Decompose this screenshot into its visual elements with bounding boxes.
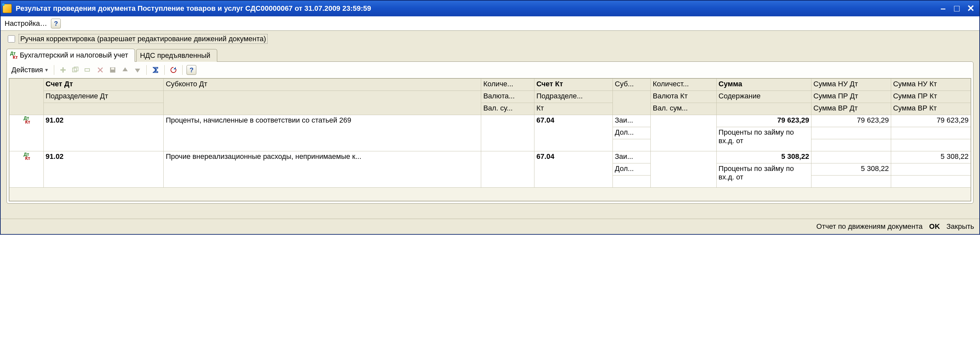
col-valuta[interactable]: Валюта... xyxy=(481,91,535,103)
close-form-button[interactable]: Закрыть xyxy=(947,222,974,231)
col-sub[interactable]: Суб... xyxy=(613,79,651,91)
cell-subkonto[interactable]: Прочие внереализационные расходы, неприн… xyxy=(164,151,481,188)
col-podr-kt[interactable]: Подразделе... xyxy=(535,91,613,103)
col-empty xyxy=(164,91,481,115)
ok-button[interactable]: OK xyxy=(929,222,940,231)
col-kt[interactable]: Кт xyxy=(535,103,613,115)
cell-empty xyxy=(891,175,970,188)
toolbar-separator xyxy=(54,65,54,75)
cell-schet-kt[interactable]: 67.04 xyxy=(535,151,613,188)
app-icon xyxy=(3,4,12,13)
cell-summa[interactable]: 79 623,29 xyxy=(716,115,811,127)
grid-footer-cell xyxy=(10,188,971,201)
toolbar-separator xyxy=(182,65,183,75)
edit-row-icon[interactable] xyxy=(83,65,93,75)
col-summa[interactable]: Сумма xyxy=(716,79,811,91)
col-empty2 xyxy=(613,91,651,115)
cell-nu-kt[interactable]: 5 308,22 xyxy=(891,151,970,163)
col-nu-dt[interactable]: Сумма НУ Дт xyxy=(811,79,891,91)
cell-empty xyxy=(481,115,535,151)
cell-subkonto[interactable]: Проценты, начисленные в соответствии со … xyxy=(164,115,481,151)
col-valuta-kt[interactable]: Валюта Кт xyxy=(651,91,716,103)
report-button[interactable]: Отчет по движениям документа xyxy=(816,222,923,231)
svg-marker-11 xyxy=(173,67,176,69)
cell-empty xyxy=(481,151,535,188)
row-icon-cell: ДтКт xyxy=(10,151,44,188)
cell-empty xyxy=(613,175,651,188)
cell-soderzh[interactable]: Проценты по займу по вх.д. от xyxy=(716,163,811,188)
cell-pr-kt[interactable] xyxy=(891,127,970,139)
delete-row-icon[interactable] xyxy=(95,65,105,75)
table-row[interactable]: ДтКт 91.02 Проценты, начисленные в соотв… xyxy=(10,115,971,127)
col-val-su[interactable]: Вал. су... xyxy=(481,103,535,115)
tab-vat[interactable]: НДС предъявленный xyxy=(136,49,217,62)
copy-row-icon[interactable] xyxy=(70,65,80,75)
actions-label: Действия xyxy=(11,66,43,74)
manual-edit-row: Ручная корректировка (разрешает редактир… xyxy=(6,34,974,44)
window-title: Результат проведения документа Поступлен… xyxy=(16,4,937,13)
cell-empty xyxy=(651,115,716,151)
grid-body: ДтКт 91.02 Проценты, начисленные в соотв… xyxy=(10,115,971,201)
col-vr-dt[interactable]: Сумма ВР Дт xyxy=(811,103,891,115)
cell-subkt1[interactable]: Заи... xyxy=(613,151,651,163)
col-pr-kt[interactable]: Сумма ПР Кт xyxy=(891,91,970,103)
cell-soderzh[interactable]: Проценты по займу по вх.д. от xyxy=(716,127,811,151)
refresh-icon[interactable] xyxy=(169,65,178,75)
sigma-icon[interactable] xyxy=(151,65,161,75)
table-row[interactable]: ДтКт 91.02 Прочие внереализационные расх… xyxy=(10,151,971,163)
col-kolich2[interactable]: Количест... xyxy=(651,79,716,91)
cell-subkt2[interactable]: Дол... xyxy=(613,163,651,175)
cell-subkt2[interactable]: Дол... xyxy=(613,127,651,139)
close-button[interactable]: ✕ xyxy=(964,3,977,14)
col-schet-dt[interactable]: Счет Дт xyxy=(43,79,164,91)
col-vr-kt[interactable]: Сумма ВР Кт xyxy=(891,103,970,115)
menu-settings[interactable]: Настройка… xyxy=(5,19,47,28)
col-pr-dt[interactable]: Сумма ПР Дт xyxy=(811,91,891,103)
col-spacer xyxy=(10,79,44,115)
spacer xyxy=(6,204,974,218)
cell-pr-dt[interactable] xyxy=(811,127,891,139)
col-soderzh[interactable]: Содержание xyxy=(716,91,811,103)
manual-edit-checkbox[interactable] xyxy=(8,35,15,43)
manual-edit-label[interactable]: Ручная корректировка (разрешает редактир… xyxy=(19,34,267,44)
actions-menu-button[interactable]: Действия ▼ xyxy=(11,65,50,75)
col-nu-kt[interactable]: Сумма НУ Кт xyxy=(891,79,970,91)
svg-marker-9 xyxy=(123,67,128,71)
title-bar: Результат проведения документа Поступлен… xyxy=(1,1,979,16)
svg-rect-4 xyxy=(85,69,89,71)
menu-bar: Настройка… ? xyxy=(1,16,979,31)
cell-subkt1[interactable]: Заи... xyxy=(613,115,651,127)
maximize-button[interactable]: □ xyxy=(951,3,963,14)
cell-schet-dt[interactable]: 91.02 xyxy=(43,115,164,151)
client-area: Ручная корректировка (разрешает редактир… xyxy=(1,31,979,218)
col-subkonto-dt[interactable]: Субконто Дт xyxy=(164,79,481,91)
col-kolich[interactable]: Количе... xyxy=(481,79,535,91)
tab-accounting[interactable]: ДтКт Бухгалтерский и налоговый учет xyxy=(6,49,135,62)
save-icon[interactable] xyxy=(108,65,118,75)
cell-schet-kt[interactable]: 67.04 xyxy=(535,115,613,151)
grid-footer-row xyxy=(10,188,971,201)
cell-schet-dt[interactable]: 91.02 xyxy=(43,151,164,188)
grid-toolbar: Действия ▼ ? xyxy=(9,64,971,78)
cell-nu-dt[interactable]: 79 623,29 xyxy=(811,115,891,127)
tabs: ДтКт Бухгалтерский и налоговый учет НДС … xyxy=(6,48,974,61)
grid-help-button[interactable]: ? xyxy=(186,65,196,75)
cell-nu-dt[interactable] xyxy=(811,151,891,163)
cell-summa[interactable]: 5 308,22 xyxy=(716,151,811,163)
cell-nu-kt[interactable]: 79 623,29 xyxy=(891,115,970,127)
add-row-icon[interactable] xyxy=(58,65,68,75)
col-val-sum[interactable]: Вал. сум... xyxy=(651,103,716,115)
tab-vat-label: НДС предъявленный xyxy=(140,51,210,60)
col-schet-kt[interactable]: Счет Кт xyxy=(535,79,613,91)
svg-rect-8 xyxy=(111,68,115,70)
col-podr-dt[interactable]: Подразделение Дт xyxy=(43,91,164,103)
grid-header: Счет Дт Субконто Дт Количе... Счет Кт Су… xyxy=(10,79,971,115)
help-button[interactable]: ? xyxy=(51,19,61,29)
minimize-button[interactable]: – xyxy=(937,3,949,14)
cell-pr-kt[interactable] xyxy=(891,163,970,175)
window-controls: – □ ✕ xyxy=(937,3,977,14)
move-down-icon[interactable] xyxy=(133,65,142,75)
move-up-icon[interactable] xyxy=(120,65,130,75)
cell-pr-dt[interactable]: 5 308,22 xyxy=(811,163,891,175)
toolbar-separator xyxy=(146,65,147,75)
